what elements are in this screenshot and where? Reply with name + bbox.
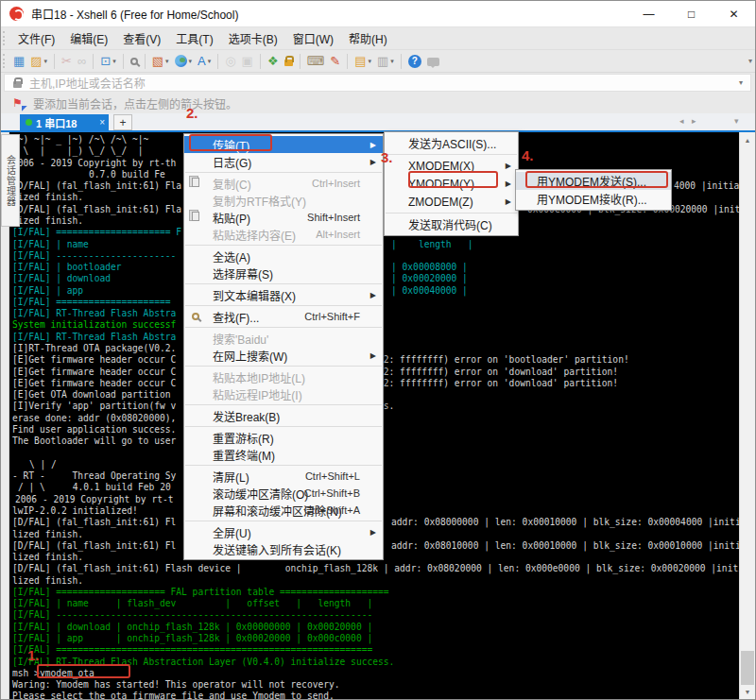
fullscreen-button[interactable]: ❖	[266, 52, 281, 71]
tab-scroll-right-icon[interactable]: ▸	[692, 116, 696, 126]
menu-item-label: 到文本编辑器(X)	[213, 287, 296, 303]
menu-item-label: 用YMODEM接收(R)...	[537, 191, 647, 207]
menu-separator	[185, 283, 382, 284]
dropdown-caret-icon[interactable]: ▾	[208, 58, 212, 65]
context-menu-item[interactable]: 屏幕和滚动缓冲区清除(N)Ctrl+Shift+A	[184, 502, 383, 519]
find-button[interactable]	[129, 52, 140, 71]
context-menu-item[interactable]: 到文本编辑器(X)▶	[184, 286, 383, 303]
window-title: 串口18 - Xshell 6 (Free for Home/School)	[31, 6, 238, 22]
maximize-button[interactable]: □	[670, 1, 713, 27]
terminal-line: [I/FAL] | download | onchip_flash_128k |…	[1, 622, 755, 634]
terminal-scrollbar[interactable]: ▲ ▼	[739, 132, 755, 699]
menubar-item[interactable]: 帮助(H)	[341, 30, 395, 49]
terminal-text: lwIP-2.0.2 initialized!	[12, 505, 138, 517]
terminal-text: System initialization successf	[12, 319, 176, 331]
dropdown-caret-icon[interactable]: ▾	[390, 58, 394, 65]
tab-scroll-left-icon[interactable]: ◂	[679, 116, 684, 126]
layout-button[interactable]: ▥▾	[375, 52, 396, 71]
new-session-button[interactable]: ▦	[11, 52, 26, 71]
active-tab-underline	[1, 130, 755, 132]
menubar-item[interactable]: 工具(T)	[168, 30, 220, 49]
font-button[interactable]: A▾	[196, 52, 213, 71]
scroll-down-icon[interactable]: ▼	[740, 684, 755, 699]
transfer-submenu-item[interactable]: 发送为ASCII(S)...	[385, 134, 518, 152]
context-menu-item[interactable]: 粘贴(P)Shift+Insert	[184, 209, 383, 226]
menu-separator	[185, 327, 382, 328]
terminal-text: 2006 - 2019 Copyright by rt-t	[15, 494, 174, 505]
context-menu-item[interactable]: 日志(G)▶	[184, 153, 383, 170]
dropdown-caret-icon[interactable]: ▾	[189, 58, 193, 65]
context-menu-item[interactable]: 全屏(U)▶	[184, 523, 383, 540]
session-manager-vertical-tab[interactable]: 会话管理器	[1, 134, 20, 227]
dropdown-caret-icon[interactable]: ▾	[112, 58, 116, 65]
context-menu-item: 搜索'Baidu'	[184, 330, 383, 347]
context-menu-item[interactable]: 全选(A)	[184, 248, 383, 265]
context-menu-item[interactable]: 发送键输入到所有会话(K)	[184, 540, 383, 557]
terminal-text: [I/FAL] | name | flash_dev | offset | le…	[12, 598, 372, 609]
transfer-submenu-item[interactable]: ZMODEM(Z)▶	[385, 193, 518, 211]
message-button[interactable]	[425, 52, 441, 71]
menubar-item[interactable]: 文件(F)	[10, 30, 62, 49]
session-properties-button[interactable]: ⊡▾	[98, 52, 117, 71]
context-menu-item[interactable]: 重置终端(M)	[184, 446, 383, 463]
annotation-step-3: 3.	[381, 149, 393, 165]
toolbar-grip	[3, 31, 6, 45]
context-menu-item[interactable]: 选择屏幕(S)	[184, 265, 383, 282]
tab-list-caret-icon[interactable]: ▾	[734, 116, 739, 126]
terminal-text: [E]Get firmware header occur C	[12, 378, 176, 389]
help-button[interactable]: ?	[406, 52, 423, 71]
window-controls: —□✕	[627, 1, 755, 27]
context-menu-item[interactable]: 清屏(L)Ctrl+Shift+L	[184, 468, 383, 485]
tab-serial-18[interactable]: 1 串口18 ×	[20, 114, 109, 130]
open-sessions-button[interactable]: ▨▾	[28, 52, 49, 71]
host-address-input[interactable]: 主机,IP地址或会话名称 ▾	[4, 74, 751, 92]
new-folder-icon: ▤	[354, 55, 366, 67]
menubar-item[interactable]: 选项卡(B)	[221, 30, 285, 49]
ymodem-submenu-item[interactable]: 用YMODEM接收(R)...	[516, 190, 671, 208]
tab-close-icon[interactable]: ×	[99, 117, 105, 128]
terminal-text: [I/FAL] | app	[12, 285, 83, 297]
transfer-submenu-item[interactable]: 发送取消代码(C)	[385, 215, 518, 233]
close-button[interactable]: ✕	[713, 1, 755, 27]
context-menu-item[interactable]: 查找(F)...Ctrl+Shift+F	[184, 308, 383, 325]
terminal-text: \ | /	[29, 459, 57, 470]
toolbar-overflow-caret[interactable]: ▾	[748, 57, 752, 65]
terminal-text: [D/FAL] (fal_flash_init:61) Fla	[12, 180, 181, 192]
address-dropdown-caret[interactable]: ▾	[739, 78, 743, 87]
help-icon: ?	[408, 55, 421, 68]
globe-icon	[175, 55, 187, 67]
menubar-item[interactable]: 查看(V)	[115, 30, 168, 49]
connected-dot-icon	[26, 119, 32, 126]
dropdown-caret-icon[interactable]: ▾	[44, 58, 48, 65]
minimize-button[interactable]: —	[627, 1, 670, 27]
dropdown-caret-icon[interactable]: ▾	[369, 58, 372, 65]
locale-button[interactable]: ▾	[173, 52, 195, 71]
color-scheme-button[interactable]: ▧▾	[150, 52, 171, 71]
terminal-text: lized finish.	[12, 192, 83, 203]
new-folder-button[interactable]: ▤▾	[352, 52, 373, 71]
search-icon	[130, 58, 138, 65]
compose-button[interactable]: ✎	[328, 52, 342, 71]
context-menu-item[interactable]: 在网上搜索(W)▶	[184, 347, 383, 364]
terminal-line: [I/FAL] | name | flash_dev | offset | le…	[1, 598, 755, 610]
submenu-arrow-icon: ▶	[370, 351, 376, 360]
scroll-up-icon[interactable]: ▲	[740, 132, 755, 147]
lock-button[interactable]	[283, 52, 295, 71]
dropdown-caret-icon[interactable]: ▾	[165, 58, 169, 65]
terminal-text: [I/FAL] | name	[12, 239, 89, 250]
scrollbar-thumb[interactable]	[741, 651, 754, 685]
context-menu-item[interactable]: 发送Break(B)	[184, 407, 383, 424]
menubar-item[interactable]: 窗口(W)	[285, 30, 341, 49]
menu-item-shortcut: Ctrl+Shift+L	[305, 470, 360, 482]
menubar-item[interactable]: 编辑(E)	[62, 30, 115, 49]
terminal-text: [I/FAL] ----------------------	[12, 250, 176, 262]
font-icon: A	[198, 55, 206, 67]
keyboard-button[interactable]: ⌨	[305, 52, 327, 71]
context-menu-item[interactable]: 滚动缓冲区清除(O)Ctrl+Shift+B	[184, 485, 383, 502]
menu-separator	[185, 366, 382, 367]
context-menu-item[interactable]: 重置游标(R)	[184, 429, 383, 446]
terminal-text: addr: 0x08010000 | len: 0x00010000 | blk…	[391, 540, 746, 552]
new-tab-button[interactable]: +	[113, 114, 132, 130]
title-bar: 串口18 - Xshell 6 (Free for Home/School) —…	[1, 1, 755, 27]
terminal-line: [I/FAL] --------------------------------…	[1, 609, 755, 622]
